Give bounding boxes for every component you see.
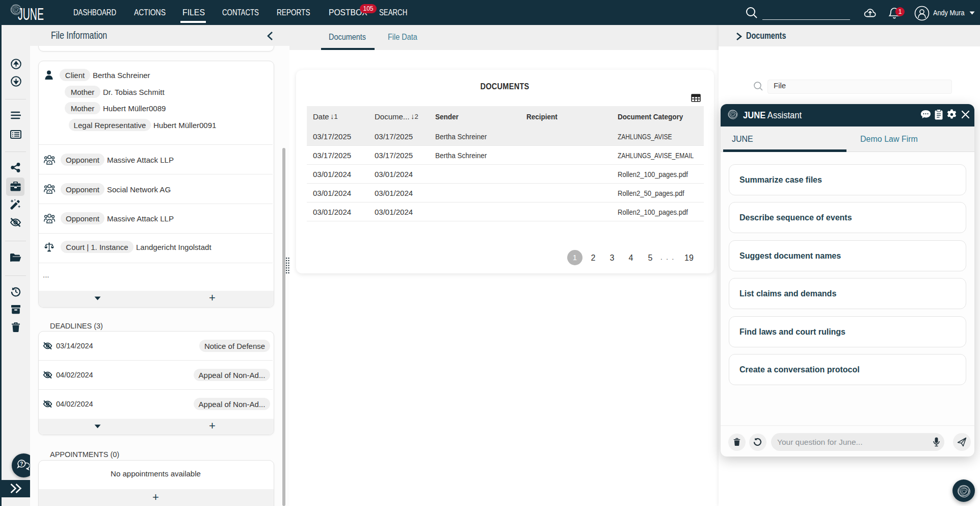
svg-text:JUNE: JUNE	[18, 4, 44, 23]
svg-text:?: ?	[20, 461, 23, 467]
